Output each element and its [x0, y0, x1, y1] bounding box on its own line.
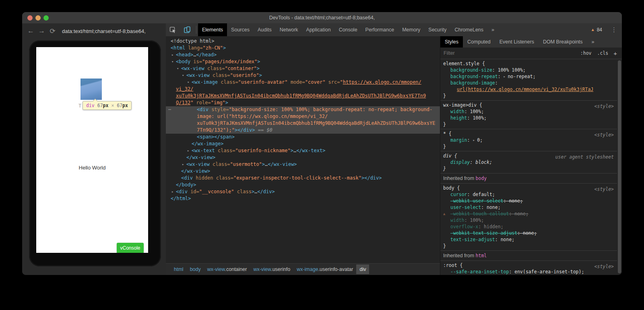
- dom-tree-row[interactable]: <!doctype html>: [166, 38, 440, 45]
- dom-tree-row[interactable]: xuTu0k3jRTaJKmsXVMnfjASTusIn04ibcmQbhub1…: [166, 93, 440, 99]
- collapsed-arrow-icon[interactable]: ▸: [182, 161, 186, 168]
- dom-tree-row[interactable]: </html>: [166, 195, 440, 202]
- style-token: background-image: [450, 80, 495, 86]
- styles-scrollbar-thumb[interactable]: [618, 60, 621, 273]
- style-property[interactable]: background-size: 100% 100%;: [440, 67, 617, 73]
- more-options-icon[interactable]: ⋮: [606, 23, 622, 36]
- forward-icon[interactable]: →: [36, 27, 47, 35]
- dom-tree-row[interactable]: </wx-view>: [166, 168, 440, 175]
- dom-tree-row[interactable]: vi_32/: [166, 86, 440, 93]
- breadcrumb-item-div[interactable]: div: [356, 265, 369, 274]
- dom-tree-row[interactable]: Q/132" role="img">: [166, 99, 440, 106]
- tab-elements[interactable]: Elements: [198, 23, 227, 36]
- dom-tree-row[interactable]: ▾<wx-view class="userinfo">: [166, 72, 440, 79]
- inherited-node-link[interactable]: html: [476, 253, 487, 258]
- style-property[interactable]: url(https://wx.qlogo.cn/mmopen/vi_32/xuT…: [440, 86, 617, 93]
- inspect-element-icon[interactable]: [166, 23, 180, 36]
- expanded-arrow-icon[interactable]: ▾: [177, 65, 181, 72]
- breadcrumb-item-wx-view-container[interactable]: wx-view.container: [204, 265, 250, 274]
- sidebar-tab-styles[interactable]: Styles: [440, 36, 463, 48]
- styles-filter-input[interactable]: [440, 50, 578, 56]
- dom-token: >: [225, 100, 228, 105]
- tab-network[interactable]: Network: [276, 23, 302, 36]
- style-property[interactable]: ▲-webkit-touch-callout: none;: [440, 211, 617, 217]
- dom-tree-row[interactable]: </wx-image>: [166, 141, 440, 147]
- collapsed-arrow-icon[interactable]: ▸: [171, 52, 176, 58]
- tab-sources[interactable]: Sources: [227, 23, 254, 36]
- dom-token: image: url("https://wx.qlogo.cn/mmopen/v…: [197, 114, 328, 119]
- back-icon[interactable]: ←: [25, 27, 36, 35]
- rule-selector[interactable]: wx-image>div {<style>: [440, 102, 617, 108]
- rule-selector[interactable]: div {user agent stylesheet: [440, 153, 617, 159]
- dom-tree-row[interactable]: 7Tn9Q/132");"></div> == $0: [166, 127, 440, 134]
- dom-tree-row[interactable]: ▸<wx-view class="usermotto">…</wx-view>: [166, 161, 440, 168]
- style-property[interactable]: background-image:: [440, 80, 617, 86]
- avatar[interactable]: [80, 79, 102, 100]
- dom-tree-row[interactable]: image: url("https://wx.qlogo.cn/mmopen/v…: [166, 113, 440, 120]
- tab-performance[interactable]: Performance: [361, 23, 398, 36]
- dom-tree-row[interactable]: ▸<head>…</head>: [166, 52, 440, 58]
- vconsole-button[interactable]: vConsole: [117, 243, 144, 253]
- dom-tree-row[interactable]: <span></span>: [166, 134, 440, 141]
- dom-tree-row[interactable]: ▸<wx-text class="userinfo-nickname">…</w…: [166, 147, 440, 154]
- style-property[interactable]: --safe-area-inset-top: env(safe-area-ins…: [440, 269, 617, 275]
- sidebar-tab-computed[interactable]: Computed: [463, 36, 495, 48]
- pseudo-state-toggle[interactable]: :hov: [578, 50, 594, 56]
- collapsed-arrow-icon[interactable]: ▸: [187, 147, 192, 154]
- sidebar-tab-more[interactable]: »: [587, 36, 599, 48]
- rule-selector[interactable]: * {<style>: [440, 130, 617, 137]
- style-property[interactable]: cursor: default;: [440, 191, 617, 198]
- dom-tree-row[interactable]: ▸<div id="__vconsole" class>…</div>: [166, 188, 440, 195]
- sidebar-tab-event-listeners[interactable]: Event Listeners: [495, 36, 539, 48]
- expanded-arrow-icon[interactable]: ▾: [187, 79, 192, 86]
- tab-chromelens[interactable]: ChromeLens: [450, 23, 487, 36]
- dom-tree-row[interactable]: <div hidden class="exparser-inspector-to…: [166, 175, 440, 182]
- dom-tree-row[interactable]: <html lang="zh-CN">: [166, 45, 440, 52]
- tab-more[interactable]: »: [487, 23, 498, 36]
- style-property[interactable]: -webkit-user-select: none;: [440, 198, 617, 204]
- style-property[interactable]: margin: ▸ 0;: [440, 137, 617, 143]
- element-classes-toggle[interactable]: .cls: [594, 50, 611, 56]
- breadcrumb-item-wx-view-userinfo[interactable]: wx-view.userinfo: [250, 265, 293, 274]
- rule-selector[interactable]: body {<style>: [440, 185, 617, 191]
- dom-tree-row[interactable]: ▾<body is="pages/index/index">: [166, 58, 440, 65]
- tab-console[interactable]: Console: [335, 23, 361, 36]
- dom-tree-row[interactable]: xuTu0k3jRTaJKmsXVMnfjASTusIn04ibcmQbhub1…: [166, 120, 440, 127]
- breadcrumb-item-html[interactable]: html: [171, 265, 187, 274]
- tab-application[interactable]: Application: [302, 23, 335, 36]
- style-property[interactable]: user-select: none;: [440, 204, 617, 211]
- tab-security[interactable]: Security: [424, 23, 450, 36]
- url-text[interactable]: data:text/html;charset=utf-8;base64,: [62, 28, 146, 34]
- breadcrumb-item-body[interactable]: body: [187, 265, 204, 274]
- dom-tree-row[interactable]: ▾<wx-view class="container">: [166, 65, 440, 72]
- style-property[interactable]: overflow-x: hidden;: [440, 223, 617, 230]
- dom-tree-row[interactable]: </body>: [166, 182, 440, 188]
- dom-token: "userinfo-nickname": [235, 148, 290, 153]
- sidebar-tab-dom-breakpoints[interactable]: DOM Breakpoints: [539, 36, 587, 48]
- rule-selector[interactable]: :root {<style>: [440, 262, 617, 269]
- breadcrumb-item-wx-image-userinfo-avatar[interactable]: wx-image.userinfo-avatar: [293, 265, 356, 274]
- style-property[interactable]: width: 100%;: [440, 217, 617, 223]
- dom-tree-row[interactable]: </wx-view>: [166, 154, 440, 161]
- dom-tree-row[interactable]: ⋯<div style="background-size: 100% 100%;…: [166, 106, 440, 113]
- inherited-node-link[interactable]: body: [476, 176, 487, 181]
- style-property[interactable]: text-size-adjust: none;: [440, 236, 617, 243]
- style-property[interactable]: display: block;: [440, 159, 617, 165]
- collapsed-arrow-icon[interactable]: ▸: [171, 188, 176, 195]
- style-property[interactable]: width: 100%;: [440, 108, 617, 115]
- tab-memory[interactable]: Memory: [398, 23, 424, 36]
- style-property[interactable]: background-repeat: ▸ no-repeat;: [440, 73, 617, 80]
- device-toolbar-icon[interactable]: [180, 23, 194, 36]
- expanded-arrow-icon[interactable]: ▾: [182, 72, 186, 79]
- device-screen[interactable]: T div 67px × 67px Hello World vConsole: [36, 47, 148, 253]
- expanded-arrow-icon[interactable]: ▾: [171, 58, 176, 65]
- row-actions-icon[interactable]: ⋯: [168, 106, 171, 113]
- warning-badge[interactable]: ▲ 84: [587, 23, 606, 36]
- rule-selector[interactable]: element.style {: [440, 60, 617, 67]
- reload-icon[interactable]: ⟳: [47, 27, 58, 35]
- style-property[interactable]: height: 100%;: [440, 115, 617, 121]
- style-property[interactable]: -webkit-text-size-adjust: none;: [440, 230, 617, 236]
- dom-tree-row[interactable]: ▾<wx-image class="userinfo-avatar" mode=…: [166, 79, 440, 86]
- tab-audits[interactable]: Audits: [254, 23, 276, 36]
- new-style-rule-button[interactable]: +: [611, 50, 622, 57]
